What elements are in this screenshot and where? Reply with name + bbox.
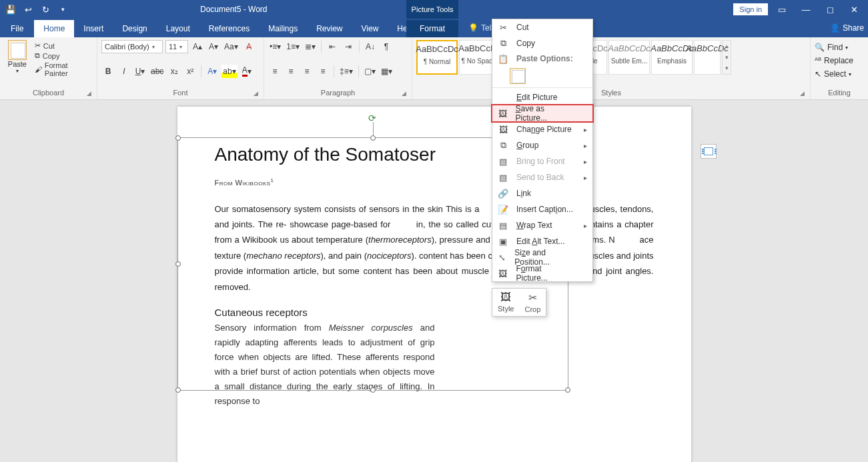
decrease-indent-icon[interactable]: ⇤ [326, 40, 339, 53]
align-right-icon[interactable]: ≡ [300, 65, 314, 78]
superscript-icon[interactable]: x² [183, 65, 197, 78]
justify-icon[interactable]: ≡ [316, 65, 330, 78]
resize-handle[interactable] [175, 387, 181, 393]
ribbon-display-icon[interactable]: ▭ [772, 0, 792, 19]
resize-handle[interactable] [370, 135, 376, 141]
resize-handle[interactable] [370, 387, 376, 393]
page: Anatomy of the Somatosernsory System Fro… [177, 107, 691, 462]
underline-icon[interactable]: U▾ [133, 65, 147, 78]
change-case-icon[interactable]: Aa▾ [223, 40, 240, 53]
ctx-label: Change Picture [516, 125, 572, 134]
dialog-launcher-icon[interactable]: ◢ [254, 90, 258, 97]
increase-indent-icon[interactable]: ⇥ [342, 40, 355, 53]
font-color-icon[interactable]: A▾ [240, 65, 254, 78]
tab-layout[interactable]: Layout [157, 20, 199, 37]
show-marks-icon[interactable]: ¶ [380, 40, 393, 53]
tab-format[interactable]: Format [406, 20, 458, 37]
shrink-font-icon[interactable]: A▾ [207, 40, 220, 53]
font-name-value: Calibri (Body) [105, 43, 149, 51]
bullets-icon[interactable]: •≡▾ [268, 40, 282, 53]
ctx-cut[interactable]: ✂Cut [492, 19, 592, 35]
tab-review[interactable]: Review [307, 20, 352, 37]
maximize-icon[interactable]: ◻ [820, 0, 840, 19]
tab-file[interactable]: File [0, 20, 34, 37]
mini-toolbar: 🖼 Style ✂ Crop [492, 288, 546, 317]
close-icon[interactable]: ✕ [844, 0, 864, 19]
style-subtle-em[interactable]: AaBbCcDcSubtle Em... [608, 40, 650, 75]
redo-icon[interactable]: ↻ [37, 1, 53, 17]
find-button[interactable]: 🔍Find▾ [815, 41, 864, 53]
highlight-icon[interactable]: ab▾ [222, 65, 237, 78]
dialog-launcher-icon[interactable]: ◢ [87, 90, 91, 97]
contextual-tab-label: Picture Tools [406, 0, 458, 19]
undo-icon[interactable]: ↩ [20, 1, 36, 17]
replace-button[interactable]: ᴬᴮReplace [815, 55, 864, 67]
select-button[interactable]: ↖Select▾ [815, 68, 864, 80]
chevron-down-icon[interactable]: ▾ [179, 44, 182, 50]
font-size-combo[interactable]: 11▾ [165, 40, 188, 53]
sign-in-button[interactable]: Sign in [733, 3, 768, 15]
ctx-copy[interactable]: ⧉Copy [492, 35, 592, 51]
ctx-format-picture[interactable]: 🖼Format Picture... [492, 265, 592, 281]
style-more[interactable]: AaBbCcDc [694, 40, 721, 75]
cut-button[interactable]: ✂Cut [35, 41, 93, 50]
qat-customize-icon[interactable]: ▾ [55, 1, 71, 17]
borders-icon[interactable]: ▦▾ [380, 65, 394, 78]
ctx-paste-option[interactable] [492, 66, 592, 86]
ctx-size-position[interactable]: ⤡Size and Position... [492, 249, 592, 265]
tab-references[interactable]: References [199, 20, 259, 37]
ctx-label: Copy [516, 39, 535, 48]
rotate-handle-icon[interactable]: ⟳ [368, 113, 378, 122]
align-center-icon[interactable]: ≡ [284, 65, 298, 78]
ctx-edit-picture[interactable]: Edit Picture [492, 89, 592, 105]
clear-formatting-icon[interactable]: A̶ [242, 40, 256, 53]
scroll-up-icon[interactable]: ▴ [723, 41, 731, 52]
tab-mailings[interactable]: Mailings [259, 20, 307, 37]
ctx-change-picture[interactable]: 🖼Change Picture▸ [492, 121, 592, 137]
line-spacing-icon[interactable]: ‡≡▾ [338, 65, 354, 78]
chevron-down-icon[interactable]: ▾ [16, 68, 19, 74]
ctx-save-as-picture[interactable]: 🖼Save as Picture... [492, 105, 592, 121]
style-normal[interactable]: AaBbCcDc¶ Normal [416, 40, 458, 75]
resize-handle[interactable] [175, 261, 181, 267]
multilevel-icon[interactable]: ≣▾ [304, 40, 317, 53]
subscript-icon[interactable]: x₂ [167, 65, 181, 78]
dialog-launcher-icon[interactable]: ◢ [800, 90, 805, 97]
grow-font-icon[interactable]: A▴ [191, 40, 204, 53]
save-icon[interactable]: 💾 [3, 1, 19, 17]
dialog-launcher-icon[interactable]: ◢ [402, 90, 406, 97]
align-left-icon[interactable]: ≡ [268, 65, 282, 78]
sort-icon[interactable]: A↓ [364, 40, 377, 53]
ctx-edit-alt[interactable]: ▣Edit Alt Text... [492, 233, 592, 249]
ctx-link[interactable]: 🔗Link [492, 185, 592, 201]
chevron-down-icon[interactable]: ▾ [152, 44, 155, 50]
paste-button[interactable]: Paste ▾ [4, 40, 31, 77]
bold-icon[interactable]: B [101, 65, 115, 78]
shading-icon[interactable]: ▢▾ [363, 65, 377, 78]
copy-button[interactable]: ⧉Copy [35, 51, 93, 60]
text-effects-icon[interactable]: A▾ [205, 65, 219, 78]
ctx-wrap-text[interactable]: ▤Wrap Text▸ [492, 217, 592, 233]
mini-style-button[interactable]: 🖼 Style [492, 289, 519, 316]
resize-handle[interactable] [565, 387, 570, 393]
strikethrough-icon[interactable]: abc [149, 65, 165, 78]
styles-scroll[interactable]: ▴▾▾ [722, 40, 731, 75]
italic-icon[interactable]: I [117, 65, 131, 78]
tab-view[interactable]: View [352, 20, 388, 37]
tab-home[interactable]: Home [34, 20, 74, 37]
resize-handle[interactable] [175, 135, 181, 141]
share-button[interactable]: 👤 Share [830, 19, 864, 37]
layout-options-button[interactable] [701, 144, 717, 159]
format-painter-button[interactable]: 🖌Format Painter [35, 61, 93, 77]
minimize-icon[interactable]: — [796, 0, 816, 19]
mini-crop-button[interactable]: ✂ Crop [519, 289, 546, 316]
tab-design[interactable]: Design [113, 20, 156, 37]
font-name-combo[interactable]: Calibri (Body)▾ [101, 40, 163, 53]
mini-label: Crop [524, 305, 540, 313]
scroll-down-icon[interactable]: ▾ [723, 52, 731, 63]
ctx-insert-caption[interactable]: 📝Insert Caption... [492, 201, 592, 217]
expand-gallery-icon[interactable]: ▾ [723, 63, 731, 74]
tab-insert[interactable]: Insert [74, 20, 113, 37]
numbering-icon[interactable]: 1≡▾ [285, 40, 301, 53]
ctx-group[interactable]: ⧉Group▸ [492, 137, 592, 153]
